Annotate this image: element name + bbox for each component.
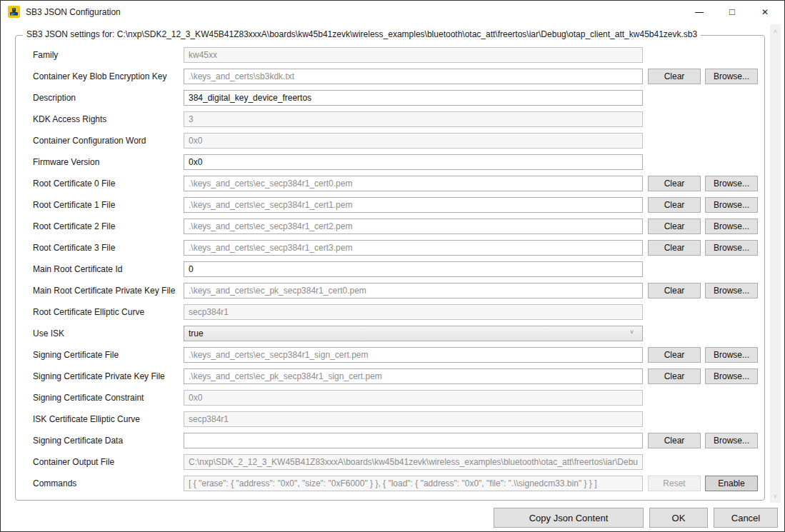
form-row: Root Certificate 0 File Clear Browse... [16,173,764,194]
ok-button[interactable]: OK [649,508,708,528]
row-label: Container Configuration Word [33,136,183,146]
form-row: Container Configuration Word [16,130,764,151]
minimize-button[interactable]: — [683,1,716,23]
maximize-button[interactable]: □ [716,1,749,23]
browse-button[interactable]: Browse... [705,69,758,84]
browse-button[interactable]: Browse... [705,347,758,363]
row-input [184,133,643,149]
row-input[interactable] [184,240,643,256]
form-rows: Family Container Key Blob Encryption Key… [16,44,764,494]
form-row: Signing Certificate Private Key File Cle… [16,366,764,387]
row-label: Main Root Certificate Id [33,264,183,274]
row-label: Root Certificate 1 File [33,200,183,210]
form-row: Signing Certificate Data Clear Browse... [16,430,764,451]
clear-button[interactable]: Clear [648,197,701,213]
row-input[interactable] [184,368,643,384]
row-label: Commands [33,478,183,488]
row-label: ISK Certificate Elliptic Curve [33,414,183,424]
form-row: Signing Certificate File Clear Browse... [16,344,764,366]
form-row: Main Root Certificate Private Key File C… [16,280,764,301]
form-row: Container Key Blob Encryption Key Clear … [16,66,764,87]
row-input [184,47,643,63]
app-icon [8,6,20,18]
form-row: Use ISK ˅ [16,323,764,344]
row-input[interactable] [184,154,643,170]
scroll-up-icon[interactable]: ˄ [770,26,781,36]
row-label: KDK Access Rights [33,114,183,124]
clear-button[interactable]: Clear [648,368,701,384]
window-controls: — □ ✕ [683,1,781,23]
reset-button: Reset [648,476,701,491]
clear-button[interactable]: Clear [648,347,701,363]
browse-button[interactable]: Browse... [705,219,758,234]
row-input[interactable] [184,283,643,298]
row-input[interactable] [184,219,643,234]
browse-button[interactable]: Browse... [705,197,758,213]
clear-button[interactable]: Clear [648,283,701,298]
form-row: Description [16,87,764,109]
row-input [184,411,643,427]
row-label: Root Certificate 0 File [33,179,183,189]
row-label: Main Root Certificate Private Key File [33,286,183,296]
row-input[interactable] [184,347,643,363]
row-label: Root Certificate 3 File [33,243,183,253]
form-row: Commands Reset Enable [16,473,764,494]
form-row: Main Root Certificate Id [16,259,764,280]
row-label: Signing Certificate Data [33,436,183,446]
row-input [184,476,643,491]
row-label: Description [33,93,183,103]
row-input [184,454,643,470]
row-label: Root Certificate Elliptic Curve [33,307,183,317]
row-label: Firmware Version [33,157,183,167]
row-input[interactable] [184,69,643,84]
row-label: Signing Certificate Private Key File [33,371,183,381]
form-row: Root Certificate 3 File Clear Browse... [16,237,764,259]
browse-button[interactable]: Browse... [705,368,758,384]
form-row: Signing Certificate Constraint [16,387,764,408]
settings-groupbox: SB3 JSON settings for: C:\nxp\SDK2_12_3_… [15,35,765,501]
form-row: Firmware Version [16,151,764,173]
row-input [184,304,643,320]
row-input[interactable] [184,176,643,191]
form-row: ISK Certificate Elliptic Curve [16,408,764,430]
row-label: Use ISK [33,328,183,338]
row-label: Root Certificate 2 File [33,221,183,231]
browse-button[interactable]: Browse... [705,283,758,298]
groupbox-legend: SB3 JSON settings for: C:\nxp\SDK2_12_3_… [23,29,701,39]
scrollbar[interactable]: ˄ ˅ [770,24,781,503]
row-input[interactable] [184,261,643,277]
row-input [184,111,643,127]
use-isk-select[interactable] [184,326,643,341]
form-row: Root Certificate Elliptic Curve [16,301,764,323]
form-row: Root Certificate 2 File Clear Browse... [16,216,764,237]
clear-button[interactable]: Clear [648,219,701,234]
browse-button[interactable]: Browse... [705,433,758,448]
row-input [184,390,643,406]
row-label: Family [33,50,183,60]
row-label: Container Output File [33,457,183,467]
cancel-button[interactable]: Cancel [714,508,778,528]
scroll-down-icon[interactable]: ˅ [770,491,781,501]
window: SB3 JSON Configuration — □ ✕ SB3 JSON se… [0,0,785,532]
row-label: Signing Certificate File [33,350,183,360]
window-title: SB3 JSON Configuration [26,7,121,17]
row-label: Signing Certificate Constraint [33,393,183,403]
form-row: Root Certificate 1 File Clear Browse... [16,194,764,216]
clear-button[interactable]: Clear [648,433,701,448]
row-label: Container Key Blob Encryption Key [33,71,183,81]
titlebar: SB3 JSON Configuration — □ ✕ [1,1,784,23]
clear-button[interactable]: Clear [648,69,701,84]
row-input[interactable] [184,197,643,213]
row-input[interactable] [184,90,643,106]
clear-button[interactable]: Clear [648,176,701,191]
clear-button[interactable]: Clear [648,240,701,256]
form-row: KDK Access Rights [16,109,764,130]
browse-button[interactable]: Browse... [705,176,758,191]
form-row: Family [16,44,764,66]
row-input[interactable] [184,433,643,448]
form-row: Container Output File [16,451,764,473]
browse-button[interactable]: Browse... [705,240,758,256]
close-button[interactable]: ✕ [749,1,781,23]
enable-button[interactable]: Enable [705,476,758,491]
copy-json-content-button[interactable]: Copy Json Content [494,508,644,528]
